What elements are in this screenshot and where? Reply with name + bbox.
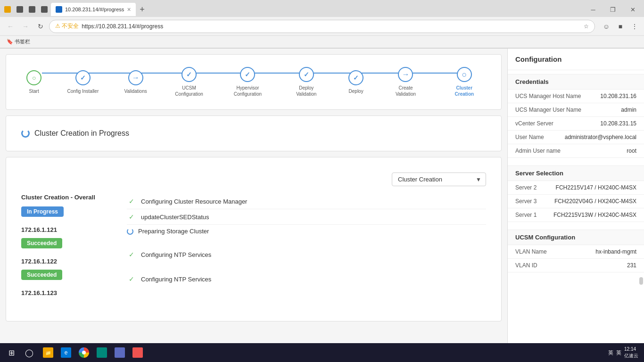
taskbar-items: 📁 e <box>38 344 604 361</box>
app-name: 亿速云 <box>624 353 638 359</box>
bookmark-label: 书签栏 <box>15 38 30 45</box>
main-area: ○ Start ✓ Config Installer → Validations… <box>0 49 644 348</box>
app3-icon <box>132 347 143 358</box>
overall-section-title: Cluster Creation - Overall <box>21 194 116 201</box>
config-label: Admin User name <box>515 148 623 154</box>
overall-status-badge: In Progress <box>21 206 64 217</box>
main-panel-content: Cluster Creation ▼ Cluster Creation - Ov… <box>14 165 494 313</box>
edge-icon: e <box>61 347 71 358</box>
maximize-button[interactable]: ❐ <box>603 3 622 16</box>
task-item: ✓ updateClusterSEDStatus <box>127 209 486 225</box>
security-warning-icon: ⚠ 不安全 <box>55 22 79 30</box>
credentials-section: Credentials UCS Manager Host Name 10.208… <box>508 70 644 162</box>
config-value: hx-inband-mgmt <box>595 248 636 255</box>
config-row: VLAN Name hx-inband-mgmt <box>508 245 644 259</box>
config-label: UCS Manager Host Name <box>515 93 596 99</box>
taskbar-item-app1[interactable] <box>93 344 110 361</box>
taskbar-item-file-explorer[interactable]: 📁 <box>40 344 57 361</box>
settings-icon[interactable]: ⋮ <box>629 21 640 32</box>
bookmark-icon[interactable]: ☆ <box>584 23 589 30</box>
step-label-validations: Validations <box>124 88 147 94</box>
tasks-panel: Cluster Creation ▼ Cluster Creation - Ov… <box>6 157 502 321</box>
node-ip-1: 172.16.1.121 <box>21 226 116 233</box>
start-button[interactable]: ⊞ <box>2 344 21 361</box>
check-icon: ✓ <box>127 250 136 259</box>
taskbar-item-app3[interactable] <box>129 344 146 361</box>
file-explorer-icon: 📁 <box>43 347 53 358</box>
window-controls: ─ ❐ ✕ <box>584 3 642 16</box>
config-label: VLAN ID <box>515 262 623 269</box>
taskbar: ⊞ ◯ 📁 e 英 英 12:14 亿速云 <box>0 343 644 362</box>
forward-button[interactable]: → <box>19 20 32 33</box>
reload-button[interactable]: ↻ <box>34 20 47 33</box>
ucsm-config-title: UCSM Configuration <box>508 230 644 245</box>
scrollbar-thumb <box>639 277 643 285</box>
config-value: FCH2215V13W / HX240C-M4SX <box>553 212 636 218</box>
step-label-ucsm-config: UCSM Configuration <box>173 85 206 97</box>
loading-icon <box>127 228 133 235</box>
config-value: 231 <box>627 262 636 269</box>
active-tab[interactable]: 10.208.231.14/#/progress × <box>51 3 136 16</box>
config-row: VLAN ID 231 <box>508 259 644 272</box>
taskbar-item-edge[interactable]: e <box>58 344 74 361</box>
task-item: Preparing Storage Cluster <box>127 225 486 238</box>
node-2-status-badge: Succeeded <box>21 270 62 280</box>
step-deploy: ✓ Deploy <box>348 70 363 94</box>
step-create-validation: → Create Validation <box>389 67 422 97</box>
profile-icon[interactable]: ☺ <box>601 21 612 32</box>
step-circle-config-installer: ✓ <box>75 70 91 85</box>
config-label: Server 1 <box>515 212 550 218</box>
taskbar-item-chrome[interactable] <box>75 344 92 361</box>
step-label-deploy-validation: Deploy Validation <box>290 85 323 97</box>
node-section-3: 172.16.1.123 <box>21 289 116 296</box>
tab-close-icon[interactable]: × <box>127 6 131 13</box>
node-ip-3: 172.16.1.123 <box>21 289 116 296</box>
step-deploy-validation: ✓ Deploy Validation <box>290 67 323 97</box>
tab-item[interactable] <box>26 3 38 16</box>
config-row: UCS Manager User Name admin <box>508 103 644 117</box>
bookmark-item[interactable]: 🔖 书签栏 <box>4 38 33 46</box>
task-item: ✓ Configuring Cluster Resource Manager <box>127 194 486 209</box>
sidebar-title: Configuration <box>508 49 644 70</box>
time-display: 12:14 <box>624 346 638 353</box>
server-selection-section: Server Selection Server 2 FCH2215V147 / … <box>508 162 644 226</box>
close-button[interactable]: ✕ <box>623 3 642 16</box>
sidebar-content[interactable]: Credentials UCS Manager Host Name 10.208… <box>508 70 644 286</box>
cluster-dropdown[interactable]: Cluster Creation <box>392 173 486 186</box>
credentials-section-title: Credentials <box>508 74 644 90</box>
server-selection-title: Server Selection <box>508 165 644 181</box>
tab-item[interactable] <box>14 3 25 16</box>
app1-icon <box>97 347 107 358</box>
config-row: Server 1 FCH2215V13W / HX240C-M4SX <box>508 208 644 222</box>
search-button[interactable]: ◯ <box>21 344 38 361</box>
left-column: Cluster Creation - Overall In Progress 1… <box>21 194 116 306</box>
config-label: Server 2 <box>515 184 552 191</box>
extensions-icon[interactable]: ■ <box>615 21 626 32</box>
minimize-button[interactable]: ─ <box>584 3 603 16</box>
chrome-icon <box>79 347 89 358</box>
system-tray-icons: 英 <box>616 349 621 356</box>
step-label-hypervisor-config: Hypervisor Configuration <box>231 85 264 97</box>
right-column: ✓ Configuring Cluster Resource Manager ✓… <box>127 194 486 306</box>
address-text: https://10.208.231.14/#/progress <box>82 23 581 30</box>
tab-item[interactable] <box>2 3 13 16</box>
config-row: Server 2 FCH2215V147 / HX240C-M4SX <box>508 181 644 195</box>
back-button[interactable]: ← <box>4 20 17 33</box>
config-row: User Name administrator@vsphere.local <box>508 131 644 144</box>
config-value: 10.208.231.16 <box>600 93 636 99</box>
address-bar[interactable]: ⚠ 不安全 https://10.208.231.14/#/progress ☆ <box>49 20 595 33</box>
config-value: FCH2215V147 / HX240C-M4SX <box>556 184 636 191</box>
config-row: vCenter Server 10.208.231.15 <box>508 117 644 131</box>
in-progress-text: Cluster Creation in Progress <box>34 129 129 138</box>
nav-icons: ☺ ■ ⋮ <box>601 21 640 32</box>
config-row: UCS Manager Host Name 10.208.231.16 <box>508 90 644 103</box>
node-section-1: 172.16.1.121 Succeeded <box>21 226 116 248</box>
node-1-tasks: ✓ Configuring NTP Services <box>127 247 486 262</box>
taskbar-item-app2[interactable] <box>111 344 128 361</box>
step-validations: → Validations <box>124 70 147 94</box>
app2-icon <box>115 347 125 358</box>
bookmarks-bar: 🔖 书签栏 <box>0 36 644 48</box>
new-tab-button[interactable]: + <box>137 3 148 16</box>
tab-item[interactable] <box>39 3 50 16</box>
step-config-installer: ✓ Config Installer <box>67 70 99 94</box>
